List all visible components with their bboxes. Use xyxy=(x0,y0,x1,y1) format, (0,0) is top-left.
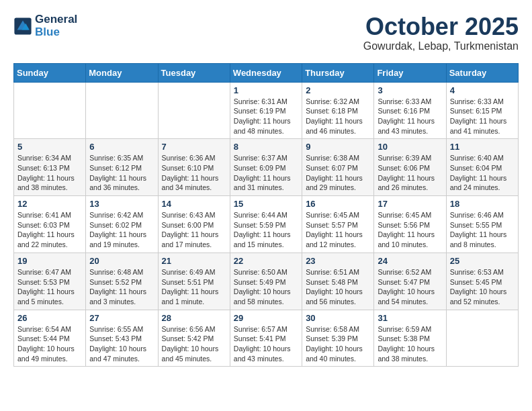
day-info: Sunrise: 6:31 AMSunset: 6:19 PMDaylight:… xyxy=(234,97,298,136)
logo-text-general: General xyxy=(35,13,77,26)
calendar-cell xyxy=(158,82,230,139)
day-info: Sunrise: 6:34 AMSunset: 6:13 PMDaylight:… xyxy=(17,153,82,193)
weekday-header-friday: Friday xyxy=(374,63,446,82)
title-block: October 2025 Gowurdak, Lebap, Turkmenist… xyxy=(363,13,519,52)
calendar-cell: 22Sunrise: 6:50 AMSunset: 5:49 PMDayligh… xyxy=(230,253,302,310)
day-info: Sunrise: 6:42 AMSunset: 6:02 PMDaylight:… xyxy=(89,210,154,250)
day-number: 7 xyxy=(162,142,226,152)
calendar-cell: 10Sunrise: 6:39 AMSunset: 6:06 PMDayligh… xyxy=(374,139,446,196)
day-number: 14 xyxy=(162,199,226,209)
day-info: Sunrise: 6:53 AMSunset: 5:45 PMDaylight:… xyxy=(450,267,515,307)
calendar-cell: 31Sunrise: 6:59 AMSunset: 5:38 PMDayligh… xyxy=(374,310,446,367)
day-number: 28 xyxy=(162,313,226,323)
day-number: 6 xyxy=(89,142,154,152)
day-info: Sunrise: 6:45 AMSunset: 5:57 PMDaylight:… xyxy=(306,210,370,250)
calendar-cell: 14Sunrise: 6:43 AMSunset: 6:00 PMDayligh… xyxy=(158,196,230,253)
day-info: Sunrise: 6:33 AMSunset: 6:16 PMDaylight:… xyxy=(378,97,442,136)
day-info: Sunrise: 6:38 AMSunset: 6:07 PMDaylight:… xyxy=(306,153,370,193)
day-number: 2 xyxy=(306,85,370,95)
day-info: Sunrise: 6:59 AMSunset: 5:38 PMDaylight:… xyxy=(378,324,442,364)
day-info: Sunrise: 6:57 AMSunset: 5:41 PMDaylight:… xyxy=(234,324,298,364)
logo-text-blue: Blue xyxy=(35,26,77,39)
day-info: Sunrise: 6:49 AMSunset: 5:51 PMDaylight:… xyxy=(162,267,226,307)
calendar-cell: 11Sunrise: 6:40 AMSunset: 6:04 PMDayligh… xyxy=(446,139,518,196)
logo-icon xyxy=(13,17,32,36)
calendar-cell: 8Sunrise: 6:37 AMSunset: 6:09 PMDaylight… xyxy=(230,139,302,196)
day-info: Sunrise: 6:50 AMSunset: 5:49 PMDaylight:… xyxy=(234,267,298,307)
weekday-header-thursday: Thursday xyxy=(302,63,374,82)
calendar-cell: 2Sunrise: 6:32 AMSunset: 6:18 PMDaylight… xyxy=(302,82,374,139)
calendar-week-row: 5Sunrise: 6:34 AMSunset: 6:13 PMDaylight… xyxy=(14,139,519,196)
day-number: 15 xyxy=(234,199,298,209)
day-number: 26 xyxy=(17,313,82,323)
day-number: 9 xyxy=(306,142,370,152)
day-info: Sunrise: 6:46 AMSunset: 5:55 PMDaylight:… xyxy=(450,210,515,250)
calendar-week-row: 1Sunrise: 6:31 AMSunset: 6:19 PMDaylight… xyxy=(14,82,519,139)
calendar-cell: 20Sunrise: 6:48 AMSunset: 5:52 PMDayligh… xyxy=(86,253,158,310)
day-info: Sunrise: 6:45 AMSunset: 5:56 PMDaylight:… xyxy=(378,210,442,250)
day-info: Sunrise: 6:33 AMSunset: 6:15 PMDaylight:… xyxy=(450,97,515,136)
day-number: 4 xyxy=(450,85,515,95)
day-info: Sunrise: 6:56 AMSunset: 5:42 PMDaylight:… xyxy=(162,324,226,364)
calendar-cell: 5Sunrise: 6:34 AMSunset: 6:13 PMDaylight… xyxy=(14,139,86,196)
calendar-cell: 6Sunrise: 6:35 AMSunset: 6:12 PMDaylight… xyxy=(86,139,158,196)
day-number: 13 xyxy=(89,199,154,209)
location: Gowurdak, Lebap, Turkmenistan xyxy=(363,40,519,52)
day-number: 8 xyxy=(234,142,298,152)
day-info: Sunrise: 6:37 AMSunset: 6:09 PMDaylight:… xyxy=(234,153,298,193)
day-number: 1 xyxy=(234,85,298,95)
calendar-cell: 17Sunrise: 6:45 AMSunset: 5:56 PMDayligh… xyxy=(374,196,446,253)
calendar-cell: 16Sunrise: 6:45 AMSunset: 5:57 PMDayligh… xyxy=(302,196,374,253)
day-number: 29 xyxy=(234,313,298,323)
day-number: 24 xyxy=(378,256,442,266)
weekday-header-row: SundayMondayTuesdayWednesdayThursdayFrid… xyxy=(14,63,519,82)
day-number: 10 xyxy=(378,142,442,152)
day-number: 22 xyxy=(234,256,298,266)
day-info: Sunrise: 6:58 AMSunset: 5:39 PMDaylight:… xyxy=(306,324,370,364)
day-info: Sunrise: 6:40 AMSunset: 6:04 PMDaylight:… xyxy=(450,153,515,193)
calendar-week-row: 26Sunrise: 6:54 AMSunset: 5:44 PMDayligh… xyxy=(14,310,519,367)
day-number: 18 xyxy=(450,199,515,209)
calendar-week-row: 19Sunrise: 6:47 AMSunset: 5:53 PMDayligh… xyxy=(14,253,519,310)
day-info: Sunrise: 6:44 AMSunset: 5:59 PMDaylight:… xyxy=(234,210,298,250)
day-number: 20 xyxy=(89,256,154,266)
day-info: Sunrise: 6:41 AMSunset: 6:03 PMDaylight:… xyxy=(17,210,82,250)
day-number: 30 xyxy=(306,313,370,323)
calendar-cell xyxy=(86,82,158,139)
day-info: Sunrise: 6:35 AMSunset: 6:12 PMDaylight:… xyxy=(89,153,154,193)
day-info: Sunrise: 6:55 AMSunset: 5:43 PMDaylight:… xyxy=(89,324,154,364)
day-number: 27 xyxy=(89,313,154,323)
day-info: Sunrise: 6:52 AMSunset: 5:47 PMDaylight:… xyxy=(378,267,442,307)
weekday-header-saturday: Saturday xyxy=(446,63,518,82)
page-header: General Blue October 2025 Gowurdak, Leba… xyxy=(13,13,519,52)
day-number: 12 xyxy=(17,199,82,209)
calendar-cell: 27Sunrise: 6:55 AMSunset: 5:43 PMDayligh… xyxy=(86,310,158,367)
month-title: October 2025 xyxy=(363,13,519,40)
weekday-header-tuesday: Tuesday xyxy=(158,63,230,82)
day-info: Sunrise: 6:43 AMSunset: 6:00 PMDaylight:… xyxy=(162,210,226,250)
calendar-cell: 23Sunrise: 6:51 AMSunset: 5:48 PMDayligh… xyxy=(302,253,374,310)
calendar-cell: 7Sunrise: 6:36 AMSunset: 6:10 PMDaylight… xyxy=(158,139,230,196)
day-info: Sunrise: 6:48 AMSunset: 5:52 PMDaylight:… xyxy=(89,267,154,307)
calendar-cell: 28Sunrise: 6:56 AMSunset: 5:42 PMDayligh… xyxy=(158,310,230,367)
calendar-cell: 30Sunrise: 6:58 AMSunset: 5:39 PMDayligh… xyxy=(302,310,374,367)
day-info: Sunrise: 6:36 AMSunset: 6:10 PMDaylight:… xyxy=(162,153,226,193)
calendar-cell: 12Sunrise: 6:41 AMSunset: 6:03 PMDayligh… xyxy=(14,196,86,253)
day-number: 3 xyxy=(378,85,442,95)
day-info: Sunrise: 6:47 AMSunset: 5:53 PMDaylight:… xyxy=(17,267,82,307)
weekday-header-monday: Monday xyxy=(86,63,158,82)
calendar-cell: 15Sunrise: 6:44 AMSunset: 5:59 PMDayligh… xyxy=(230,196,302,253)
calendar-cell xyxy=(446,310,518,367)
day-number: 25 xyxy=(450,256,515,266)
calendar-week-row: 12Sunrise: 6:41 AMSunset: 6:03 PMDayligh… xyxy=(14,196,519,253)
day-number: 23 xyxy=(306,256,370,266)
calendar-cell: 29Sunrise: 6:57 AMSunset: 5:41 PMDayligh… xyxy=(230,310,302,367)
day-number: 21 xyxy=(162,256,226,266)
day-number: 5 xyxy=(17,142,82,152)
day-number: 31 xyxy=(378,313,442,323)
day-number: 19 xyxy=(17,256,82,266)
calendar-cell: 19Sunrise: 6:47 AMSunset: 5:53 PMDayligh… xyxy=(14,253,86,310)
calendar-cell: 25Sunrise: 6:53 AMSunset: 5:45 PMDayligh… xyxy=(446,253,518,310)
day-info: Sunrise: 6:32 AMSunset: 6:18 PMDaylight:… xyxy=(306,97,370,136)
calendar-cell: 13Sunrise: 6:42 AMSunset: 6:02 PMDayligh… xyxy=(86,196,158,253)
